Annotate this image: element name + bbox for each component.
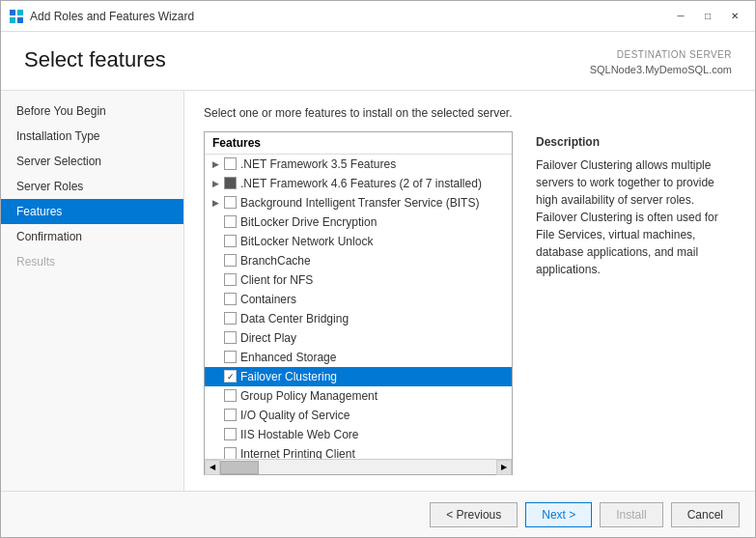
destination-server-name: SQLNode3.MyDemoSQL.com [590,62,732,78]
feature-label-direct-play: Direct Play [240,331,508,345]
feature-item-branchcache[interactable]: BranchCache [205,251,512,270]
expand-btn-io-quality [209,409,222,422]
destination-server-info: DESTINATION SERVER SQLNode3.MyDemoSQL.co… [590,47,732,78]
feature-label-group-policy: Group Policy Management [240,389,508,403]
feature-label-datacenter: Data Center Bridging [240,312,508,326]
checkbox-bitlocker-unlock[interactable] [224,235,237,247]
checkbox-client-nfs[interactable] [224,273,237,286]
checkbox-group-policy[interactable] [224,389,237,402]
window-title: Add Roles and Features Wizard [30,10,194,23]
main-panel: Select one or more features to install o… [184,91,755,492]
checkbox-direct-play[interactable] [224,331,237,344]
feature-label-containers: Containers [240,293,508,306]
checkbox-enhanced-storage[interactable] [224,351,237,363]
checkbox-branchcache[interactable] [224,254,237,267]
checkbox-containers[interactable] [224,293,237,305]
scroll-right-btn[interactable]: ▶ [496,460,512,475]
window-controls: ─ □ ✕ [668,7,747,26]
feature-item-iis-hostable[interactable]: IIS Hostable Web Core [205,425,512,444]
feature-item-bits[interactable]: ▶Background Intelligent Transfer Service… [205,193,512,212]
description-text: Failover Clustering allows multiple serv… [536,156,728,278]
scroll-track [220,461,496,474]
features-header: Features [205,132,512,155]
svg-rect-0 [10,10,15,15]
horizontal-scrollbar[interactable]: ◀ ▶ [205,459,512,474]
feature-item-client-nfs[interactable]: Client for NFS [205,270,512,290]
feature-item-net46[interactable]: ▶.NET Framework 4.6 Features (2 of 7 ins… [205,174,512,193]
feature-label-io-quality: I/O Quality of Service [240,409,508,422]
expand-btn-net46[interactable]: ▶ [209,177,222,190]
svg-rect-2 [10,17,15,23]
sidebar-item-results: Results [1,249,183,274]
scroll-thumb[interactable] [220,461,259,474]
sidebar-item-before-you-begin[interactable]: Before You Begin [1,99,183,124]
feature-label-client-nfs: Client for NFS [240,273,508,287]
checkbox-net35[interactable] [224,157,237,170]
expand-btn-bitlocker [209,215,222,229]
expand-btn-internet-printing [209,447,222,460]
page-title: Select features [24,47,166,72]
maximize-button[interactable]: □ [695,7,720,26]
feature-label-bitlocker-unlock: BitLocker Network Unlock [240,235,508,248]
feature-item-io-quality[interactable]: I/O Quality of Service [205,406,512,425]
feature-label-enhanced-storage: Enhanced Storage [240,351,508,364]
next-button[interactable]: Next > [525,502,592,527]
scroll-left-btn[interactable]: ◀ [205,460,220,475]
feature-item-containers[interactable]: Containers [205,290,512,309]
minimize-button[interactable]: ─ [668,7,693,26]
feature-item-group-policy[interactable]: Group Policy Management [205,386,512,406]
close-button[interactable]: ✕ [722,7,747,26]
feature-label-net46: .NET Framework 4.6 Features (2 of 7 inst… [240,177,508,190]
sidebar-item-confirmation[interactable]: Confirmation [1,224,183,249]
expand-btn-direct-play [209,331,222,345]
expand-btn-datacenter [209,312,222,326]
previous-button[interactable]: < Previous [430,502,518,527]
feature-item-direct-play[interactable]: Direct Play [205,328,512,348]
destination-label: DESTINATION SERVER [590,47,732,62]
svg-rect-1 [17,10,23,15]
footer: < Previous Next > Install Cancel [1,491,755,537]
sidebar-item-server-roles[interactable]: Server Roles [1,174,183,199]
expand-btn-net35[interactable]: ▶ [209,157,222,171]
sidebar-item-installation-type[interactable]: Installation Type [1,124,183,149]
wizard-window: Add Roles and Features Wizard ─ □ ✕ Sele… [0,0,756,538]
feature-label-bitlocker: BitLocker Drive Encryption [240,215,508,229]
feature-item-net35[interactable]: ▶.NET Framework 3.5 Features [205,155,512,174]
expand-btn-containers [209,293,222,306]
feature-item-bitlocker-unlock[interactable]: BitLocker Network Unlock [205,232,512,251]
cancel-button[interactable]: Cancel [671,502,740,527]
features-scrollbox: ▶.NET Framework 3.5 Features▶.NET Framew… [205,155,512,460]
features-panel: Features ▶.NET Framework 3.5 Features▶.N… [204,131,513,476]
checkbox-datacenter[interactable] [224,312,237,325]
sidebar-item-features[interactable]: Features [1,199,183,224]
expand-btn-client-nfs [209,273,222,287]
checkbox-io-quality[interactable] [224,409,237,421]
expand-btn-iis-hostable [209,428,222,441]
expand-btn-bitlocker-unlock [209,235,222,248]
titlebar-left: Add Roles and Features Wizard [9,9,194,24]
expand-btn-group-policy [209,389,222,403]
titlebar: Add Roles and Features Wizard ─ □ ✕ [1,1,755,32]
features-list[interactable]: ▶.NET Framework 3.5 Features▶.NET Framew… [205,155,512,460]
feature-label-iis-hostable: IIS Hostable Web Core [240,428,508,441]
expand-btn-bits[interactable]: ▶ [209,196,222,210]
feature-item-datacenter[interactable]: Data Center Bridging [205,309,512,328]
checkbox-bitlocker[interactable] [224,215,237,228]
checkbox-failover-clustering[interactable] [224,370,237,382]
feature-item-enhanced-storage[interactable]: Enhanced Storage [205,348,512,367]
feature-label-net35: .NET Framework 3.5 Features [240,157,508,171]
checkbox-bits[interactable] [224,196,237,209]
checkbox-internet-printing[interactable] [224,447,237,459]
feature-label-internet-printing: Internet Printing Client [240,447,508,460]
expand-btn-enhanced-storage [209,351,222,364]
checkbox-iis-hostable[interactable] [224,428,237,440]
sidebar: Before You BeginInstallation TypeServer … [1,91,184,492]
header: Select features DESTINATION SERVER SQLNo… [1,32,755,91]
install-button[interactable]: Install [600,502,662,527]
feature-label-bits: Background Intelligent Transfer Service … [240,196,508,210]
feature-item-bitlocker[interactable]: BitLocker Drive Encryption [205,212,512,232]
feature-item-internet-printing[interactable]: Internet Printing Client [205,444,512,460]
feature-item-failover-clustering[interactable]: Failover Clustering [205,367,512,386]
checkbox-net46[interactable] [224,177,237,189]
sidebar-item-server-selection[interactable]: Server Selection [1,149,183,174]
